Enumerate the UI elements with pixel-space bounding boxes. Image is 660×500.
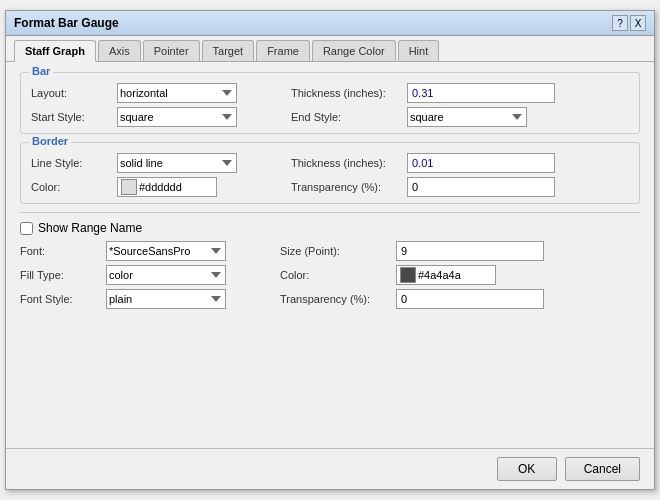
- font-style-field: Font Style: plain bold italic bold itali…: [20, 289, 270, 309]
- border-transparency-field: Transparency (%):: [291, 177, 555, 197]
- start-style-label: Start Style:: [31, 111, 111, 123]
- dialog: Format Bar Gauge ? X Staff Graph Axis Po…: [5, 10, 655, 490]
- tabs-bar: Staff Graph Axis Pointer Target Frame Ra…: [6, 36, 654, 62]
- range-color-swatch: [400, 267, 416, 283]
- show-range-name-label: Show Range Name: [38, 221, 142, 235]
- range-transparency-input[interactable]: [396, 289, 544, 309]
- close-button[interactable]: X: [630, 15, 646, 31]
- bar-group: Bar Layout: horizontal vertical Thicknes…: [20, 72, 640, 134]
- font-label: Font:: [20, 245, 100, 257]
- size-label: Size (Point):: [280, 245, 390, 257]
- start-style-field: Start Style: square round pointed: [31, 107, 281, 127]
- border-color-field: Color: #dddddd: [31, 177, 281, 197]
- border-thickness-input[interactable]: [407, 153, 555, 173]
- fill-type-field: Fill Type: color gradient none: [20, 265, 270, 285]
- range-transparency-field: Transparency (%):: [280, 289, 544, 309]
- border-thickness-label: Thickness (inches):: [291, 157, 401, 169]
- line-style-select[interactable]: solid line dashed dotted none: [117, 153, 237, 173]
- font-style-label: Font Style:: [20, 293, 100, 305]
- tab-axis[interactable]: Axis: [98, 40, 141, 61]
- end-style-field: End Style: square round pointed: [291, 107, 527, 127]
- border-row2: Color: #dddddd Transparency (%):: [31, 177, 629, 197]
- end-style-label: End Style:: [291, 111, 401, 123]
- show-range-name-row: Show Range Name: [20, 221, 640, 235]
- border-thickness-field: Thickness (inches):: [291, 153, 555, 173]
- show-range-name-checkbox[interactable]: [20, 222, 33, 235]
- thickness-input[interactable]: [407, 83, 555, 103]
- range-color-field: Color: #4a4a4a: [280, 265, 496, 285]
- tab-hint[interactable]: Hint: [398, 40, 440, 61]
- layout-field: Layout: horizontal vertical: [31, 83, 281, 103]
- size-input[interactable]: [396, 241, 544, 261]
- bar-section-title: Bar: [29, 65, 53, 77]
- title-bar: Format Bar Gauge ? X: [6, 11, 654, 36]
- border-color-text: #dddddd: [139, 181, 182, 193]
- fill-type-label: Fill Type:: [20, 269, 100, 281]
- font-row: Font: *SourceSansPro Arial Times New Rom…: [20, 241, 640, 261]
- range-color-text: #4a4a4a: [418, 269, 461, 281]
- border-row1: Line Style: solid line dashed dotted non…: [31, 153, 629, 173]
- border-transparency-input[interactable]: [407, 177, 555, 197]
- help-button[interactable]: ?: [612, 15, 628, 31]
- range-transparency-label: Transparency (%):: [280, 293, 390, 305]
- tab-frame[interactable]: Frame: [256, 40, 310, 61]
- layout-label: Layout:: [31, 87, 111, 99]
- line-style-field: Line Style: solid line dashed dotted non…: [31, 153, 281, 173]
- end-style-select[interactable]: square round pointed: [407, 107, 527, 127]
- border-color-label: Color:: [31, 181, 111, 193]
- border-transparency-label: Transparency (%):: [291, 181, 401, 193]
- fill-type-select[interactable]: color gradient none: [106, 265, 226, 285]
- range-color-label: Color:: [280, 269, 390, 281]
- thickness-field: Thickness (inches):: [291, 83, 555, 103]
- footer: OK Cancel: [6, 448, 654, 489]
- tab-target[interactable]: Target: [202, 40, 255, 61]
- line-style-label: Line Style:: [31, 157, 111, 169]
- fill-row: Fill Type: color gradient none Color: #4…: [20, 265, 640, 285]
- content-area: Bar Layout: horizontal vertical Thicknes…: [6, 62, 654, 448]
- font-style-row: Font Style: plain bold italic bold itali…: [20, 289, 640, 309]
- range-color-picker[interactable]: #4a4a4a: [396, 265, 496, 285]
- ok-button[interactable]: OK: [497, 457, 557, 481]
- tab-pointer[interactable]: Pointer: [143, 40, 200, 61]
- title-bar-buttons: ? X: [612, 15, 646, 31]
- size-field: Size (Point):: [280, 241, 544, 261]
- separator: [20, 212, 640, 213]
- border-group: Border Line Style: solid line dashed dot…: [20, 142, 640, 204]
- border-section-title: Border: [29, 135, 71, 147]
- start-style-select[interactable]: square round pointed: [117, 107, 237, 127]
- font-select[interactable]: *SourceSansPro Arial Times New Roman: [106, 241, 226, 261]
- thickness-label: Thickness (inches):: [291, 87, 401, 99]
- dialog-title: Format Bar Gauge: [14, 16, 119, 30]
- cancel-button[interactable]: Cancel: [565, 457, 640, 481]
- bar-row2: Start Style: square round pointed End St…: [31, 107, 629, 127]
- bar-row1: Layout: horizontal vertical Thickness (i…: [31, 83, 629, 103]
- tab-range-color[interactable]: Range Color: [312, 40, 396, 61]
- layout-select[interactable]: horizontal vertical: [117, 83, 237, 103]
- font-field: Font: *SourceSansPro Arial Times New Rom…: [20, 241, 270, 261]
- tab-staff-graph[interactable]: Staff Graph: [14, 40, 96, 62]
- border-color-picker[interactable]: #dddddd: [117, 177, 217, 197]
- font-style-select[interactable]: plain bold italic bold italic: [106, 289, 226, 309]
- border-color-swatch: [121, 179, 137, 195]
